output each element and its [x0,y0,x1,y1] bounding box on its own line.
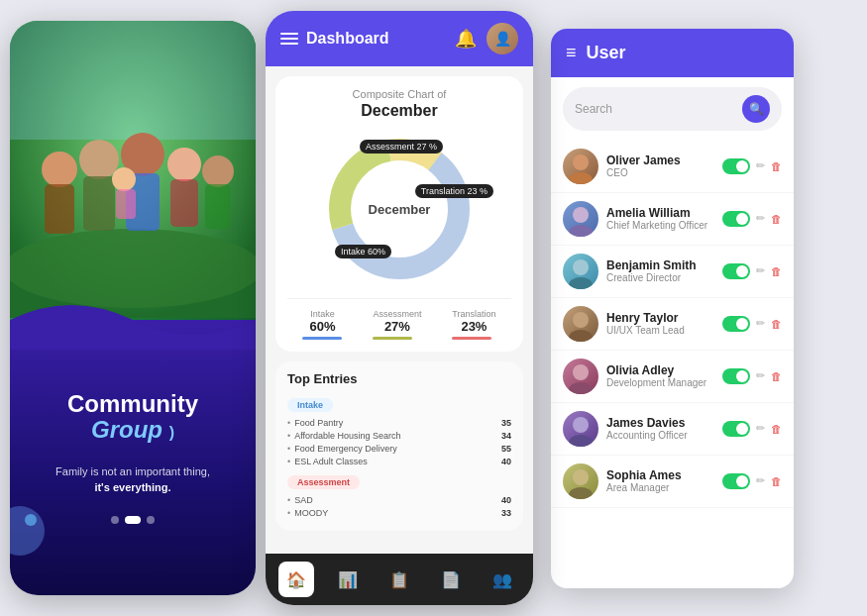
role-benjamin: Creative Director [606,272,714,283]
info-henry: Henry Taylor UI/UX Team Lead [606,311,714,336]
info-amelia: Amelia William Chief Marketing Officer [606,206,714,231]
actions-sophia: ✏ 🗑 [722,473,782,489]
edit-amelia[interactable]: ✏ [756,212,765,225]
avatar-sophia [563,463,598,499]
svg-point-18 [569,225,593,237]
avatar-oliver [563,149,598,184]
toggle-amelia[interactable] [722,211,750,227]
middle-screen: Dashboard 🔔 👤 Composite Chart of Decembe… [266,11,533,605]
edit-olivia[interactable]: ✏ [756,369,765,382]
notification-icon[interactable]: 🔔 [455,28,477,50]
hamburger-line-3 [280,43,298,45]
edit-oliver[interactable]: ✏ [756,159,765,172]
entries-title: Top Entries [287,371,511,386]
carousel-dot-2[interactable] [125,516,141,524]
nav-list[interactable]: 📋 [381,562,417,597]
actions-james: ✏ 🗑 [722,421,782,437]
delete-olivia[interactable]: 🗑 [771,370,782,382]
hamburger-line-1 [280,33,298,35]
edit-benjamin[interactable]: ✏ [756,264,765,277]
carousel-dot-1[interactable] [111,516,119,524]
doc-icon: 📄 [441,570,461,589]
svg-point-27 [573,469,589,485]
users-icon: 👥 [492,570,512,589]
svg-rect-4 [45,184,74,234]
svg-point-21 [573,312,589,328]
svg-point-22 [569,330,593,342]
nav-doc[interactable]: 📄 [433,562,469,597]
nav-chart[interactable]: 📊 [330,562,366,597]
home-icon: 🏠 [286,570,306,589]
chart-subtitle: Composite Chart of [287,88,511,100]
intake-badge: Intake [287,398,333,412]
delete-henry[interactable]: 🗑 [771,318,782,330]
hamburger-icon[interactable] [280,33,298,45]
svg-rect-6 [83,176,115,231]
svg-point-20 [569,277,593,289]
nav-home[interactable]: 🏠 [278,562,314,597]
avatar-benjamin [563,254,598,289]
svg-point-19 [573,259,589,275]
user-item-henry: Henry Taylor UI/UX Team Lead ✏ 🗑 [551,298,794,351]
entry-housing: Affordable Housing Search 34 [287,431,511,441]
delete-benjamin[interactable]: 🗑 [771,265,782,277]
edit-james[interactable]: ✏ [756,422,765,435]
delete-sophia[interactable]: 🗑 [771,475,782,487]
svg-point-24 [569,382,593,394]
svg-rect-14 [116,189,136,219]
name-amelia: Amelia William [606,206,714,220]
info-oliver: Oliver James CEO [606,154,714,178]
actions-benjamin: ✏ 🗑 [722,263,782,279]
delete-oliver[interactable]: 🗑 [771,160,782,172]
community-info: Community Group ) Family is not an impor… [10,320,256,595]
menu-icon[interactable]: ≡ [566,43,577,63]
svg-point-25 [573,417,589,433]
name-sophia: Sophia Ames [606,468,714,482]
svg-point-5 [79,140,119,179]
wave-divider [10,290,256,350]
info-sophia: Sophia Ames Area Manager [606,468,714,493]
metric-assessment: Assessment 27% [373,309,421,340]
name-henry: Henry Taylor [606,311,714,325]
toggle-sophia[interactable] [722,473,750,489]
metric-translation: Translation 23% [452,309,495,340]
search-button[interactable]: 🔍 [742,95,770,123]
role-henry: UI/UX Team Lead [606,325,714,336]
name-benjamin: Benjamin Smith [606,258,714,272]
entry-food-pantry: Food Pantry 35 [287,418,511,428]
edit-henry[interactable]: ✏ [756,317,765,330]
metrics-row: Intake 60% Assessment 27% Translation 23… [287,298,511,340]
translation-bar [452,337,491,340]
edit-sophia[interactable]: ✏ [756,474,765,487]
chart-month: December [287,102,511,120]
role-oliver: CEO [606,167,714,178]
svg-point-26 [569,435,593,447]
donut-center-label: December [369,202,431,217]
svg-point-16 [569,172,593,184]
toggle-olivia[interactable] [722,368,750,384]
svg-rect-10 [170,179,198,227]
user-avatar-header[interactable]: 👤 [487,23,518,54]
delete-james[interactable]: 🗑 [771,423,782,435]
right-screen: ≡ User Search 🔍 Oliver James CEO ✏ 🗑 [551,29,794,588]
assessment-label: Assessment 27 % [360,140,443,154]
user-item-benjamin: Benjamin Smith Creative Director ✏ 🗑 [551,246,794,298]
svg-rect-1 [10,21,256,140]
intake-bar [302,337,342,340]
delete-amelia[interactable]: 🗑 [771,213,782,225]
toggle-oliver[interactable] [722,158,750,174]
nav-users[interactable]: 👥 [485,562,520,597]
toggle-henry[interactable] [722,316,750,332]
header-left: Dashboard [280,30,389,48]
decorative-dot [25,514,37,526]
carousel-dot-3[interactable] [147,516,155,524]
actions-henry: ✏ 🗑 [722,316,782,332]
svg-point-23 [573,364,589,380]
toggle-james[interactable] [722,421,750,437]
entry-esl: ESL Adult Classes 40 [287,457,511,466]
hamburger-line-2 [280,38,298,40]
search-bar: Search 🔍 [563,87,782,131]
translation-label: Translation 23 % [415,184,493,198]
role-james: Accounting Officer [606,430,714,441]
toggle-benjamin[interactable] [722,263,750,279]
